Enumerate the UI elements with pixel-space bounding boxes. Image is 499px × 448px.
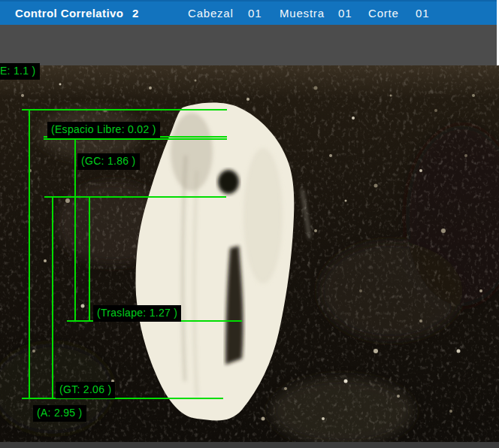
toolbar-strip [0, 25, 497, 65]
correlative-number: 2 [132, 2, 138, 25]
field-label-muestra: Muestra [280, 2, 325, 25]
app-title: Control Correlativo [15, 2, 123, 25]
title-bar: Control Correlativo 2 Cabezal 01 Muestra… [0, 0, 497, 25]
field-label-cabezal: Cabezal [188, 2, 234, 25]
specimen-photo [0, 65, 499, 442]
image-viewport[interactable] [0, 65, 499, 442]
field-label-corte: Corte [368, 2, 399, 25]
field-value-muestra[interactable]: 01 [338, 2, 352, 25]
field-value-cabezal[interactable]: 01 [248, 2, 262, 25]
app-window: Control Correlativo 2 Cabezal 01 Muestra… [0, 0, 499, 448]
field-value-corte[interactable]: 01 [416, 2, 429, 25]
status-bar [0, 442, 499, 448]
